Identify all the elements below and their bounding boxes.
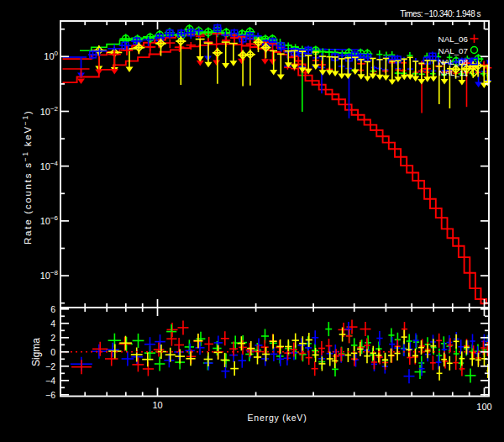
- svg-text:10: 10: [152, 400, 162, 410]
- svg-text:Rate (counts s−1 keV−1): Rate (counts s−1 keV−1): [21, 109, 33, 245]
- svg-text:Energy (keV): Energy (keV): [248, 413, 307, 423]
- svg-text:4: 4: [50, 318, 55, 329]
- svg-text:NAL_08: NAL_08: [438, 57, 469, 66]
- svg-text:6: 6: [50, 304, 55, 314]
- svg-text:0: 0: [50, 347, 55, 357]
- svg-text:−2: −2: [45, 361, 55, 371]
- svg-text:2: 2: [50, 333, 55, 343]
- svg-text:Times: −10.340: 1.948 s: Times: −10.340: 1.948 s: [400, 9, 480, 18]
- svg-text:100: 100: [476, 402, 491, 412]
- svg-text:NAL_11: NAL_11: [438, 68, 468, 77]
- svg-text:NAL_07: NAL_07: [438, 46, 468, 55]
- svg-text:NAL_06: NAL_06: [438, 34, 469, 44]
- svg-text:−4: −4: [45, 376, 55, 386]
- svg-text:Sigma: Sigma: [30, 338, 42, 366]
- svg-text:−6: −6: [45, 390, 55, 400]
